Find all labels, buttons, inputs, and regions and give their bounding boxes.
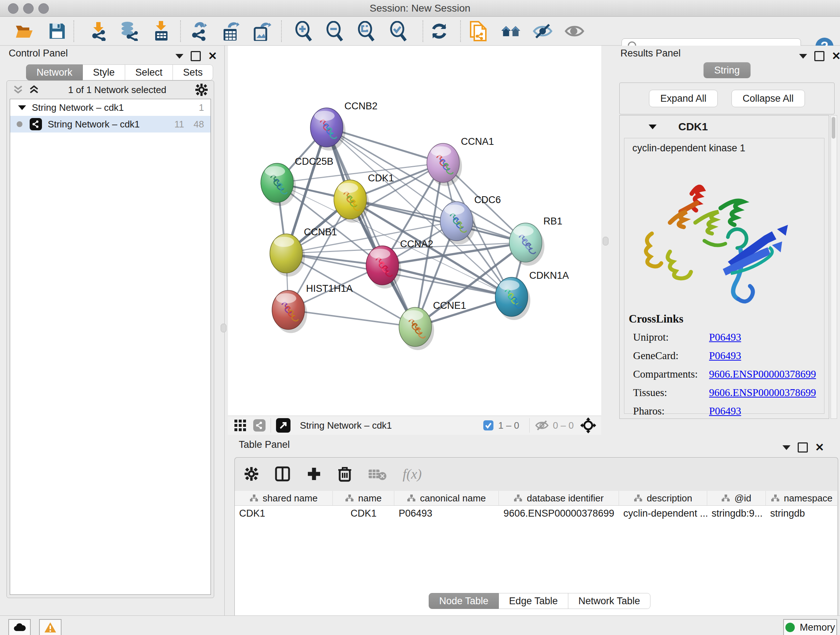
- string-view-icon[interactable]: [253, 419, 265, 432]
- tab-network[interactable]: Network: [26, 65, 83, 80]
- node-CDC6[interactable]: CDC6: [440, 195, 501, 244]
- string-import-button[interactable]: [469, 21, 489, 41]
- open-session-button[interactable]: [14, 21, 35, 41]
- results-panel-close-button[interactable]: ✕: [832, 52, 840, 60]
- crosslink-label: Compartments:: [633, 368, 709, 380]
- table-cell[interactable]: P06493: [394, 506, 499, 521]
- export-table-icon: [222, 21, 240, 41]
- open-in-browser-icon[interactable]: [276, 418, 291, 432]
- import-database-icon: [119, 21, 138, 41]
- column-header-shared-name[interactable]: shared name: [235, 491, 333, 505]
- column-header-canonical-name[interactable]: canonical name: [394, 491, 499, 505]
- node-HIST1H1A[interactable]: HIST1H1A: [272, 283, 353, 333]
- create-column-plus-icon[interactable]: [306, 466, 322, 481]
- column-header-id[interactable]: @id: [707, 491, 766, 505]
- zoom-out-button[interactable]: [325, 21, 345, 41]
- tab-node-table[interactable]: Node Table: [429, 593, 499, 609]
- network-graph[interactable]: CCNB2CCNA1CDC25BCDK1CDC6RB1CCNB1CCNA2CDK…: [228, 46, 601, 416]
- table-panel-close-button[interactable]: ✕: [815, 443, 824, 451]
- crosslink-link[interactable]: 9606.ENSP00000378699: [709, 368, 816, 380]
- expand-all-networks-icon[interactable]: [13, 85, 24, 95]
- table-cell[interactable]: stringdb: [766, 506, 837, 521]
- first-neighbors-button[interactable]: [501, 21, 521, 41]
- zoom-fit-button[interactable]: [356, 21, 377, 41]
- node-RB1[interactable]: RB1: [509, 216, 562, 266]
- column-header-description[interactable]: description: [619, 491, 707, 505]
- tab-select[interactable]: Select: [125, 65, 173, 80]
- table-cell[interactable]: CDK1: [235, 506, 333, 521]
- node-CCNA1[interactable]: CCNA1: [427, 136, 494, 186]
- network-collection-row[interactable]: String Network – cdk1 1: [10, 99, 210, 116]
- cloud-status-button[interactable]: [8, 619, 31, 635]
- show-columns-icon[interactable]: [275, 466, 291, 482]
- eye-icon: [564, 23, 584, 39]
- tab-edge-table[interactable]: Edge Table: [499, 593, 568, 609]
- network-row[interactable]: String Network – cdk1 11 48: [10, 116, 210, 133]
- tab-network-table[interactable]: Network Table: [568, 593, 651, 609]
- delete-column-trash-icon[interactable]: [338, 466, 352, 482]
- export-network-button[interactable]: [189, 21, 209, 41]
- table-cell[interactable]: stringdb:9...: [707, 506, 766, 521]
- table-row[interactable]: CDK1CDK1P064939606.ENSP00000378699cyclin…: [235, 506, 837, 521]
- table-panel-menu-caret[interactable]: [783, 445, 790, 450]
- results-actions-box: Expand All Collapse All: [619, 82, 835, 114]
- left-splitter-handle[interactable]: [221, 324, 226, 333]
- network-options-gear-icon[interactable]: [195, 83, 208, 96]
- warnings-button[interactable]: [39, 619, 62, 635]
- tab-style[interactable]: Style: [83, 65, 125, 80]
- table-cell[interactable]: cyclin-dependent ...: [619, 506, 707, 521]
- edge-HIST1H1A-CCNE1[interactable]: [288, 310, 415, 327]
- current-network-dot: [17, 121, 22, 127]
- export-table-button[interactable]: [221, 21, 241, 41]
- node-CCNE1[interactable]: CCNE1: [399, 300, 466, 350]
- node-label-CCNB1: CCNB1: [304, 226, 337, 238]
- network-tree: String Network – cdk1 1 String Network –…: [10, 99, 211, 595]
- collapse-all-networks-icon[interactable]: [28, 85, 39, 95]
- section-expander-caret[interactable]: [649, 125, 657, 129]
- zoom-in-button[interactable]: [294, 21, 314, 41]
- column-header-namespace[interactable]: namespace: [766, 491, 837, 505]
- tab-sets[interactable]: Sets: [173, 65, 213, 80]
- zoom-selected-icon: [389, 21, 408, 41]
- collapse-all-button[interactable]: Collapse All: [731, 90, 805, 107]
- table-cell[interactable]: 9606.ENSP00000378699: [499, 506, 619, 521]
- show-all-button[interactable]: [564, 21, 584, 41]
- crosslink-link[interactable]: P06493: [709, 350, 741, 362]
- import-network-file-button[interactable]: [88, 21, 109, 41]
- network-canvas[interactable]: CCNB2CCNA1CDC25BCDK1CDC6RB1CCNB1CCNA2CDK…: [228, 46, 601, 416]
- save-session-button[interactable]: [47, 21, 67, 41]
- edge-CCNB2-CCNE1[interactable]: [327, 127, 415, 327]
- results-scrollbar[interactable]: [831, 115, 837, 419]
- import-table-file-button[interactable]: [151, 21, 172, 41]
- collection-expander-caret[interactable]: [18, 105, 26, 110]
- results-panel-menu-caret[interactable]: [799, 54, 807, 59]
- crosslink-link[interactable]: 9606.ENSP00000378699: [709, 386, 816, 399]
- import-network-database-button[interactable]: [118, 21, 139, 41]
- right-splitter-handle[interactable]: [603, 237, 608, 245]
- delete-table-icon[interactable]: [368, 467, 387, 480]
- memory-button[interactable]: Memory: [783, 619, 837, 635]
- crosslink-link[interactable]: P06493: [709, 405, 741, 417]
- export-image-button[interactable]: [252, 21, 272, 41]
- crosslink-link[interactable]: P06493: [709, 331, 741, 343]
- zoom-selected-button[interactable]: [388, 21, 409, 41]
- control-panel-close-button[interactable]: ✕: [208, 52, 217, 60]
- table-panel-float-button[interactable]: [798, 442, 808, 453]
- results-tab-string[interactable]: String: [703, 62, 751, 78]
- column-header-name[interactable]: name: [333, 491, 394, 505]
- column-header-database-identifier[interactable]: database identifier: [499, 491, 619, 505]
- control-panel-menu-caret[interactable]: [175, 54, 183, 59]
- node-CDKN1A[interactable]: CDKN1A: [495, 270, 569, 320]
- hide-selected-button[interactable]: [532, 21, 553, 41]
- birds-eye-grid-icon[interactable]: [234, 419, 247, 432]
- results-panel-float-button[interactable]: [814, 51, 824, 61]
- node-table[interactable]: shared namenamecanonical namedatabase id…: [235, 491, 837, 635]
- table-cell[interactable]: CDK1: [333, 506, 394, 521]
- navigate-crosshair-icon[interactable]: [580, 417, 596, 433]
- function-builder-icon[interactable]: f(x): [403, 466, 422, 482]
- expand-all-button[interactable]: Expand All: [649, 90, 718, 107]
- apply-layout-button[interactable]: [429, 21, 449, 41]
- selected-checkbox-icon[interactable]: [483, 420, 494, 431]
- control-panel-float-button[interactable]: [191, 51, 201, 61]
- table-settings-gear-icon[interactable]: [244, 467, 259, 481]
